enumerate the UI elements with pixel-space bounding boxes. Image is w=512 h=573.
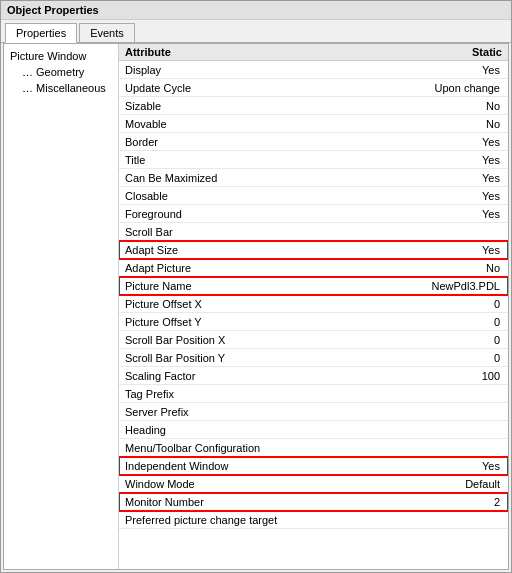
value-cell: Yes [378,61,508,79]
value-cell: 0 [378,331,508,349]
attribute-cell: Independent Window [119,457,378,475]
properties-panel: Attribute Static DisplayYesUpdate CycleU… [119,44,508,569]
attribute-cell: Window Mode [119,475,378,493]
attribute-cell: Scroll Bar Position X [119,331,378,349]
attribute-cell: Adapt Picture [119,259,378,277]
value-cell: Yes [378,151,508,169]
table-row[interactable]: Independent WindowYes [119,457,508,475]
attribute-cell: Foreground [119,205,378,223]
attribute-cell: Update Cycle [119,79,378,97]
attribute-cell: Scroll Bar [119,223,378,241]
table-row[interactable]: Scroll Bar [119,223,508,241]
table-row[interactable]: ClosableYes [119,187,508,205]
value-cell: Default [378,475,508,493]
table-row[interactable]: Preferred picture change target [119,511,508,529]
attribute-cell: Border [119,133,378,151]
sidebar: Picture Window… Geometry… Miscellaneous [4,44,119,569]
value-cell [378,403,508,421]
table-row[interactable]: Monitor Number2 [119,493,508,511]
value-cell [378,223,508,241]
table-row[interactable]: Picture Offset X0 [119,295,508,313]
table-row[interactable]: Scaling Factor100 [119,367,508,385]
attribute-cell: Title [119,151,378,169]
value-cell: 100 [378,367,508,385]
attribute-cell: Menu/Toolbar Configuration [119,439,378,457]
table-row[interactable]: ForegroundYes [119,205,508,223]
attribute-cell: Monitor Number [119,493,378,511]
attribute-cell: Tag Prefix [119,385,378,403]
value-cell: Upon change [378,79,508,97]
value-cell [378,439,508,457]
table-row[interactable]: Picture Offset Y0 [119,313,508,331]
value-cell [378,385,508,403]
sidebar-item-geometry[interactable]: … Geometry [4,64,118,80]
table-row[interactable]: BorderYes [119,133,508,151]
value-cell: No [378,97,508,115]
tab-events[interactable]: Events [79,23,135,42]
value-cell: Yes [378,169,508,187]
value-cell: 0 [378,349,508,367]
attribute-cell: Preferred picture change target [119,511,378,529]
properties-table: Attribute Static DisplayYesUpdate CycleU… [119,44,508,529]
attribute-cell: Server Prefix [119,403,378,421]
value-cell [378,421,508,439]
table-row[interactable]: Tag Prefix [119,385,508,403]
attribute-cell: Can Be Maximized [119,169,378,187]
window-title: Object Properties [1,1,511,20]
attribute-cell: Picture Offset Y [119,313,378,331]
value-cell [378,511,508,529]
main-content: Picture Window… Geometry… Miscellaneous … [3,43,509,570]
table-row[interactable]: Scroll Bar Position X0 [119,331,508,349]
table-row[interactable]: Scroll Bar Position Y0 [119,349,508,367]
value-cell: Yes [378,241,508,259]
attribute-cell: Scaling Factor [119,367,378,385]
table-row[interactable]: SizableNo [119,97,508,115]
attribute-cell: Movable [119,115,378,133]
table-row[interactable]: Heading [119,421,508,439]
value-cell: Yes [378,205,508,223]
tab-properties[interactable]: Properties [5,23,77,43]
object-properties-window: Object Properties Properties Events Pict… [0,0,512,573]
tab-bar: Properties Events [1,20,511,43]
value-cell: No [378,259,508,277]
table-row[interactable]: Server Prefix [119,403,508,421]
col-attribute: Attribute [119,44,378,61]
value-cell: 0 [378,313,508,331]
col-static: Static [378,44,508,61]
table-row[interactable]: Can Be MaximizedYes [119,169,508,187]
table-row[interactable]: Window ModeDefault [119,475,508,493]
table-row[interactable]: TitleYes [119,151,508,169]
attribute-cell: Display [119,61,378,79]
value-cell: Yes [378,187,508,205]
value-cell: No [378,115,508,133]
attribute-cell: Picture Offset X [119,295,378,313]
sidebar-item-picture-window[interactable]: Picture Window [4,48,118,64]
table-row[interactable]: Update CycleUpon change [119,79,508,97]
table-row[interactable]: Menu/Toolbar Configuration [119,439,508,457]
attribute-cell: Adapt Size [119,241,378,259]
attribute-cell: Scroll Bar Position Y [119,349,378,367]
sidebar-item-miscellaneous[interactable]: … Miscellaneous [4,80,118,96]
table-row[interactable]: Adapt PictureNo [119,259,508,277]
attribute-cell: Closable [119,187,378,205]
attribute-cell: Sizable [119,97,378,115]
table-row[interactable]: MovableNo [119,115,508,133]
value-cell: Yes [378,457,508,475]
value-cell: 2 [378,493,508,511]
attribute-cell: Heading [119,421,378,439]
value-cell: 0 [378,295,508,313]
table-row[interactable]: Adapt SizeYes [119,241,508,259]
table-row[interactable]: Picture NameNewPdl3.PDL [119,277,508,295]
attribute-cell: Picture Name [119,277,378,295]
value-cell: NewPdl3.PDL [378,277,508,295]
value-cell: Yes [378,133,508,151]
table-row[interactable]: DisplayYes [119,61,508,79]
